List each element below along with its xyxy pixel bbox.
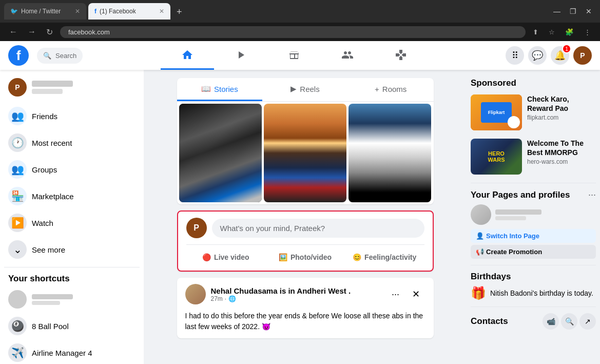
section-divider-2 [471, 265, 596, 265]
sidebar-item-8ball[interactable]: 🎱 8 Ball Pool [4, 313, 140, 339]
photo-video-button[interactable]: 🖼️ Photo/video [265, 250, 345, 264]
ad-item-flipkart[interactable]: Flipkart Check Karo, Reward Pao flipkart… [471, 94, 596, 130]
start-video-call-button[interactable]: 📹 [543, 313, 559, 330]
post-close-button[interactable]: ✕ [407, 285, 425, 303]
create-promotion-button[interactable]: 📢 Create Promotion [471, 245, 596, 259]
messenger-icon-btn[interactable]: 💬 [528, 46, 547, 65]
fb-main-layout: P 👥 Friends 🕐 Most recent 👥 Groups 🏪 Mar… [0, 70, 600, 364]
tab-facebook[interactable]: f (1) Facebook ✕ [88, 3, 170, 20]
ad-domain-flipkart: flipkart.com [527, 114, 596, 121]
tab-twitter[interactable]: 🐦 Home / Twitter ✕ [4, 3, 86, 20]
sidebar-friends-label: Friends [32, 112, 57, 121]
sidebar-item-airline[interactable]: ✈️ Airline Manager 4 [4, 339, 140, 364]
8ball-icon: 🎱 [8, 317, 27, 335]
share-button[interactable]: ⬆ [530, 27, 541, 37]
fb-logo[interactable]: f [8, 45, 29, 66]
birthday-icon: 🎁 [471, 286, 486, 300]
profile-avatar-btn[interactable]: P [573, 46, 592, 65]
sidebar-marketplace-label: Marketplace [32, 192, 74, 201]
sidebar-item-shortcut-blurred[interactable] [4, 286, 140, 313]
close-button[interactable]: ✕ [582, 5, 596, 17]
page-action-buttons: 👤 Switch Into Page 📢 Create Promotion [471, 229, 596, 259]
sidebar-item-groups[interactable]: 👥 Groups [4, 156, 140, 183]
notification-badge: 1 [562, 44, 571, 53]
back-button[interactable]: ← [6, 25, 21, 39]
friends-icon: 👥 [8, 107, 27, 125]
pages-header: Your Pages and profiles ··· [471, 189, 596, 200]
post-user-avatar[interactable] [185, 284, 206, 304]
live-video-button[interactable]: 🔴 Live video [186, 250, 266, 264]
address-bar[interactable]: facebook.com [60, 26, 526, 38]
search-placeholder: Search [55, 52, 76, 60]
switch-into-page-icon: 👤 [476, 232, 484, 240]
story-image-1[interactable] [179, 104, 262, 202]
shortcut-blurred-text [32, 294, 73, 299]
story-image-3[interactable] [349, 104, 431, 202]
fb-search-bar[interactable]: 🔍 Search [37, 48, 83, 64]
nav-gaming[interactable] [374, 41, 428, 70]
post-composer-avatar: P [186, 218, 207, 238]
notifications-icon-btn[interactable]: 🔔 1 [551, 46, 569, 65]
sidebar-item-most-recent[interactable]: 🕐 Most recent [4, 129, 140, 156]
stories-tab-icon: 📖 [201, 84, 211, 93]
shortcut-blurred-icon [8, 290, 27, 309]
stories-tab-label: Stories [214, 85, 238, 93]
nav-marketplace[interactable] [267, 41, 321, 70]
photo-video-icon: 🖼️ [279, 253, 287, 261]
airline-icon: ✈️ [8, 343, 27, 362]
tab-twitter-label: Home / Twitter [21, 8, 61, 15]
feeling-activity-button[interactable]: 😊 Feeling/activity [345, 250, 424, 264]
stories-tabs: 📖 Stories ▶ Reels + Rooms [177, 78, 434, 102]
browser-actions: ⬆ ☆ 🧩 ⋮ [530, 27, 594, 37]
tab-facebook-close[interactable]: ✕ [159, 8, 164, 15]
sidebar-profile-name-blurred [32, 81, 73, 87]
sidebar-airline-label: Airline Manager 4 [32, 349, 92, 357]
minimize-button[interactable]: — [549, 5, 565, 17]
pages-title: Your Pages and profiles [471, 190, 570, 200]
reload-button[interactable]: ↻ [43, 25, 56, 39]
tab-stories[interactable]: 📖 Stories [177, 78, 263, 101]
new-group-chat-button[interactable]: ↗ [579, 313, 596, 330]
sidebar-item-friends[interactable]: 👥 Friends [4, 103, 140, 129]
post-user-name[interactable]: Nehal Chudasama is in Andheri West . [211, 286, 381, 295]
sidebar-profile[interactable]: P [4, 74, 140, 101]
story-image-2[interactable] [264, 104, 346, 202]
post-what-on-mind-input[interactable]: What's on your mind, Prateek? [212, 219, 424, 238]
search-contacts-button[interactable]: 🔍 [561, 313, 577, 330]
feed-post-nehal: Nehal Chudasama is in Andheri West . 27m… [177, 278, 434, 338]
fb-sidebar: P 👥 Friends 🕐 Most recent 👥 Groups 🏪 Mar… [0, 70, 144, 364]
tab-reels[interactable]: ▶ Reels [262, 78, 348, 101]
sidebar-item-watch[interactable]: ▶️ Watch [4, 209, 140, 236]
nav-watch[interactable] [214, 41, 267, 70]
ad-title-flipkart: Check Karo, Reward Pao [527, 94, 596, 113]
live-video-label: Live video [214, 253, 249, 261]
maximize-button[interactable]: ❐ [566, 5, 580, 17]
post-header-actions: ··· ✕ [386, 285, 425, 303]
menu-button[interactable]: ⋮ [581, 27, 594, 37]
nav-groups[interactable] [321, 41, 374, 70]
ad-info-hero-wars: Welcome To The Best MMORPG hero-wars.com [527, 139, 596, 175]
post-options-button[interactable]: ··· [386, 285, 405, 303]
twitter-favicon: 🐦 [10, 8, 18, 15]
extensions-button[interactable]: 🧩 [562, 27, 577, 37]
sidebar-groups-label: Groups [32, 165, 57, 174]
create-promotion-icon: 📢 [476, 248, 484, 256]
bookmark-button[interactable]: ☆ [546, 27, 558, 37]
tab-rooms[interactable]: + Rooms [348, 78, 434, 101]
grid-icon-btn[interactable]: ⠿ [506, 46, 524, 65]
pages-more-button[interactable]: ··· [588, 189, 596, 200]
ad-item-hero-wars[interactable]: HEROWARS Welcome To The Best MMORPG hero… [471, 139, 596, 175]
sidebar-item-marketplace[interactable]: 🏪 Marketplace [4, 183, 140, 209]
new-tab-button[interactable]: + [172, 5, 186, 20]
post-meta: 27m · 🌐 [211, 295, 381, 302]
post-composer-box: P What's on your mind, Prateek? 🔴 Live v… [177, 210, 434, 272]
switch-into-page-button[interactable]: 👤 Switch Into Page [471, 229, 596, 243]
tab-twitter-close[interactable]: ✕ [75, 8, 80, 15]
stories-card: 📖 Stories ▶ Reels + Rooms [177, 78, 434, 204]
shortcuts-title: Your shortcuts [4, 272, 140, 286]
forward-button[interactable]: → [25, 25, 39, 39]
section-divider-1 [471, 183, 596, 183]
sidebar-item-see-more[interactable]: ⌄ See more [4, 236, 140, 263]
feed-inner: 📖 Stories ▶ Reels + Rooms [177, 78, 434, 338]
nav-home[interactable] [161, 41, 214, 70]
